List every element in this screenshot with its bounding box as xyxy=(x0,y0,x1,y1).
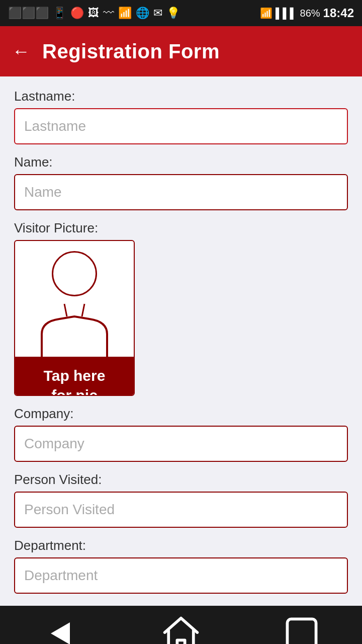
visitor-picture-label: Visitor Picture: xyxy=(14,220,348,236)
name-label: Name: xyxy=(14,154,348,170)
person-visited-field-group: Person Visited: xyxy=(14,472,348,528)
notifications-icon: ⬛⬛⬛ xyxy=(8,7,49,20)
tap-for-pic-button[interactable]: Tap here for pic xyxy=(15,357,134,396)
company-input[interactable] xyxy=(14,426,348,462)
status-bar: ⬛⬛⬛ 📱 🔴 🖼 〰 📶 🌐 ✉ 💡 📶 ▌▌▌ 86% 18:42 xyxy=(0,0,362,26)
visitor-picture-field-group: Visitor Picture: Tap here for pic xyxy=(14,220,348,396)
department-field-group: Department: xyxy=(14,538,348,594)
signal-icon: ▌▌▌ xyxy=(276,8,297,19)
company-label: Company: xyxy=(14,406,348,422)
person-visited-label: Person Visited: xyxy=(14,472,348,488)
person-body-shape xyxy=(32,301,117,357)
svg-line-1 xyxy=(82,304,84,316)
department-label: Department: xyxy=(14,538,348,553)
person-head-circle xyxy=(52,251,97,296)
lastname-field-group: Lastname: xyxy=(14,89,348,144)
nav-home-button[interactable] xyxy=(161,613,201,644)
name-input[interactable] xyxy=(14,174,348,210)
navigation-bar xyxy=(0,606,362,644)
waveform-icon: 📶 xyxy=(118,7,132,20)
svg-rect-2 xyxy=(287,619,316,644)
battery-label: 86% xyxy=(300,8,320,19)
name-field-group: Name: xyxy=(14,154,348,210)
department-input[interactable] xyxy=(14,557,348,594)
time-label: 18:42 xyxy=(323,6,354,20)
lastname-label: Lastname: xyxy=(14,89,348,104)
alert-icon: 🔴 xyxy=(70,7,84,20)
visitor-picture-box[interactable]: Tap here for pic xyxy=(14,240,135,396)
status-info-right: 📶 ▌▌▌ 86% 18:42 xyxy=(260,6,354,20)
image-icon: 🖼 xyxy=(88,7,99,20)
audio-icon: 〰 xyxy=(103,7,114,20)
lastname-input[interactable] xyxy=(14,108,348,144)
company-field-group: Company: xyxy=(14,406,348,462)
back-button[interactable]: ← xyxy=(12,41,30,62)
wifi-icon: 📶 xyxy=(260,7,273,19)
bulb-icon: 💡 xyxy=(166,7,180,20)
globe-icon: 🌐 xyxy=(136,7,149,20)
nav-recents-button[interactable] xyxy=(282,613,322,644)
app-bar: ← Registration Form xyxy=(0,26,362,76)
person-visited-input[interactable] xyxy=(14,492,348,528)
whatsapp-icon: 📱 xyxy=(53,7,66,20)
status-icons-left: ⬛⬛⬛ 📱 🔴 🖼 〰 📶 🌐 ✉ 💡 xyxy=(8,7,180,20)
svg-line-0 xyxy=(64,304,67,316)
mail-icon: ✉ xyxy=(153,7,162,20)
registration-form: Lastname: Name: Visitor Picture: xyxy=(0,76,362,606)
person-icon xyxy=(32,251,117,357)
nav-back-button[interactable] xyxy=(40,613,80,644)
page-title: Registration Form xyxy=(42,40,220,63)
